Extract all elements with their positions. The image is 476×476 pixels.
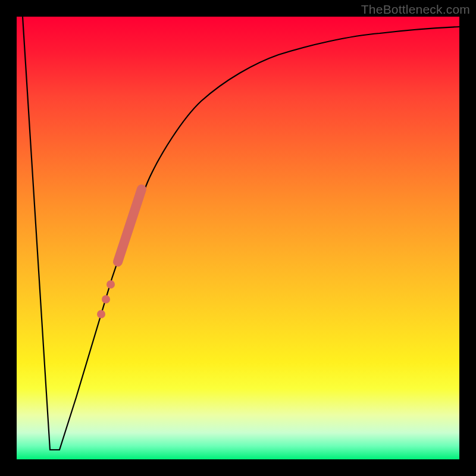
plot-area	[17, 17, 459, 459]
highlight-thick-segment	[118, 189, 142, 262]
highlight-dot	[102, 295, 110, 303]
chart-frame: TheBottleneck.com	[0, 0, 476, 476]
chart-svg	[17, 17, 459, 459]
highlight-dot	[97, 310, 105, 318]
highlight-dot	[107, 280, 115, 289]
watermark-text: TheBottleneck.com	[361, 2, 470, 17]
bottleneck-curve	[23, 17, 459, 450]
